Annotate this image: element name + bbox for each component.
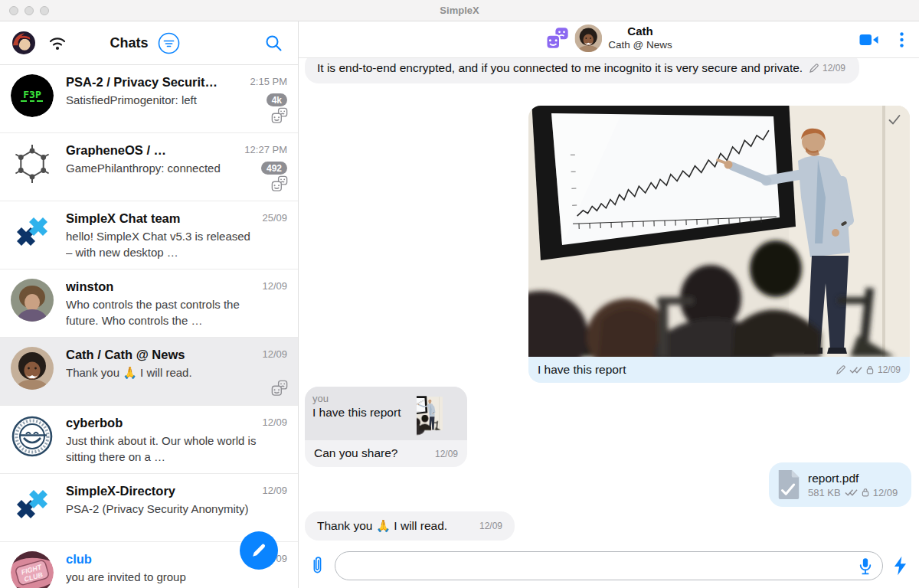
avatar [11, 483, 54, 526]
quoted-message[interactable]: you I have this report [305, 387, 467, 440]
avatar [11, 279, 54, 322]
chat-row-grapheneos[interactable]: GrapheneOS / … GamePhilanthropy: connect… [0, 133, 298, 201]
chats-title: Chats [110, 35, 149, 51]
lock-icon [866, 365, 874, 374]
pencil-icon [250, 542, 267, 559]
voice-message-icon[interactable] [858, 557, 872, 576]
chat-row-cath[interactable]: Cath / Cath @ News Thank you 🙏 I will re… [0, 338, 298, 406]
quote-author: you [312, 393, 409, 404]
chat-time: 12:27 PM [244, 144, 287, 155]
unread-badge: 4k [267, 93, 287, 106]
incognito-masks-icon [545, 27, 568, 50]
chat-preview: you are invited to group [66, 569, 287, 585]
avatar [11, 74, 54, 117]
minimize-window-button[interactable] [25, 6, 34, 15]
chat-preview: PSA-2 (Privacy Security Anonymity) [66, 501, 287, 517]
sent-check-icon [888, 113, 901, 126]
contact-name: Cath [627, 24, 652, 39]
chat-filter-icon[interactable] [158, 32, 180, 54]
chat-row-psa2[interactable]: PSA-2 / Privacy Securit… SatisfiedPrimog… [0, 65, 298, 133]
server-status-icon[interactable] [47, 34, 67, 51]
chat-time: 12/09 [262, 485, 287, 496]
chat-time: 12/09 [262, 280, 287, 292]
chat-row-winston[interactable]: winston Who controls the past controls t… [0, 270, 298, 338]
message-time: 12/09 [878, 364, 901, 375]
message-text: Thank you 🙏 I will read. [317, 519, 447, 533]
double-check-icon [849, 366, 862, 374]
incognito-masks-icon [271, 175, 288, 192]
message-time: 12/09 [823, 60, 845, 77]
edited-pencil-icon [836, 365, 845, 374]
avatar [11, 551, 54, 588]
incognito-masks-icon [271, 107, 288, 124]
message-time: 12/09 [873, 487, 898, 498]
user-profile-avatar[interactable] [12, 31, 35, 54]
quote-photo-thumbnail [417, 387, 467, 440]
avatar [11, 211, 54, 253]
unread-badge: 492 [261, 162, 287, 175]
quote-text: I have this report [312, 406, 409, 420]
chat-preview: GamePhilanthropy: connected [66, 160, 287, 176]
file-name: report.pdf [808, 472, 898, 485]
document-icon [776, 469, 802, 501]
chat-name: winston [66, 279, 287, 294]
photo-caption: I have this report [538, 363, 626, 377]
new-chat-button[interactable] [240, 531, 278, 570]
contact-avatar [574, 24, 602, 52]
attach-file-icon[interactable] [310, 554, 324, 577]
video-call-icon[interactable] [859, 33, 878, 47]
message-share-request: you I have this report Can you share? 12… [305, 387, 467, 467]
search-icon[interactable] [265, 34, 283, 52]
chat-preview: hello! SimpleX Chat v5.3 is released – w… [66, 228, 287, 260]
avatar [11, 142, 54, 185]
lock-icon [862, 488, 869, 497]
chat-row-cyberbob[interactable]: cyberbob Just think about it. Our whole … [0, 406, 298, 474]
file-size: 581 KB [808, 487, 841, 498]
contact-alias: Cath @ News [608, 39, 672, 52]
chat-preview: Who controls the past controls the futur… [66, 296, 287, 328]
chat-name: cyberbob [66, 416, 287, 430]
chat-time: 12/09 [262, 416, 287, 428]
avatar [11, 415, 54, 458]
sidebar-header: Chats [0, 21, 298, 65]
chat-pane: Cath Cath @ News It is end-to-end e [299, 21, 919, 588]
message-text: Can you share? [314, 446, 397, 460]
menu-dots-icon[interactable] [900, 32, 904, 47]
message-list: It is end-to-end encrypted, and if you c… [299, 58, 919, 544]
message-text: It is end-to-end encrypted, and if you c… [317, 61, 803, 74]
message-input[interactable] [335, 552, 882, 580]
close-window-button[interactable] [9, 6, 18, 15]
chat-time: 25/09 [262, 212, 287, 224]
chat-name: SimpleX-Directory [66, 484, 287, 498]
chat-time: 12/09 [262, 348, 287, 360]
double-check-icon [845, 488, 858, 496]
chat-preview: SatisfiedPrimogenitor: left [66, 92, 287, 108]
chat-preview: Just think about it. Our whole world is … [66, 433, 287, 465]
edited-pencil-icon [809, 64, 819, 73]
message-encryption-notice: It is end-to-end encrypted, and if you c… [305, 58, 859, 83]
instant-send-icon[interactable] [894, 556, 907, 576]
chat-header[interactable]: Cath Cath @ News [299, 21, 919, 58]
chat-preview: Thank you 🙏 I will read. [66, 364, 287, 381]
incognito-masks-icon [271, 380, 288, 397]
window-titlebar: SimpleX [0, 0, 919, 21]
conference-photo-image[interactable] [528, 106, 910, 357]
chat-list: PSA-2 / Privacy Securit… SatisfiedPrimog… [0, 65, 298, 588]
chat-name: SimpleX Chat team [66, 211, 287, 226]
chat-name: Cath / Cath @ News [66, 348, 287, 362]
zoom-window-button[interactable] [40, 6, 49, 15]
message-input-pill [335, 551, 883, 580]
message-photo[interactable]: I have this report 12/09 [528, 106, 910, 383]
chat-row-simplex-team[interactable]: SimpleX Chat team hello! SimpleX Chat v5… [0, 201, 298, 270]
window-title: SimpleX [440, 5, 479, 16]
message-thanks: Thank you 🙏 I will read. 12/09 [305, 511, 515, 541]
window-controls [9, 6, 49, 15]
avatar [11, 347, 54, 390]
message-time: 12/09 [479, 521, 502, 531]
message-file[interactable]: report.pdf 581 KB 12/09 [769, 462, 911, 507]
chat-time: 2:15 PM [250, 76, 287, 87]
message-time: 12/09 [435, 449, 458, 459]
composer [299, 544, 919, 588]
sidebar: Chats PSA-2 / Privacy Securit… Satisfied… [0, 21, 299, 588]
